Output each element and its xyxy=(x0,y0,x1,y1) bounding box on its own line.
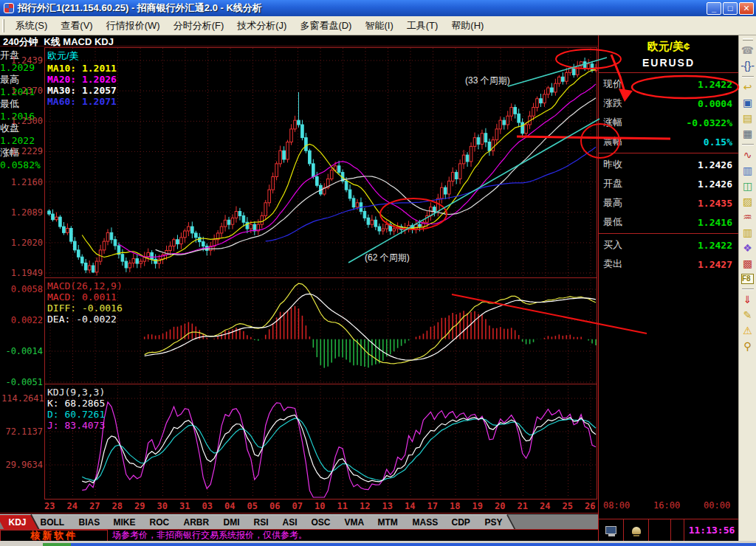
alert-cell[interactable] xyxy=(624,519,649,541)
macd-axis-label: 0.0058 xyxy=(1,284,43,294)
date-axis-label: 31 xyxy=(179,501,190,511)
menu-item-4[interactable]: 技术分析(J) xyxy=(230,17,293,35)
quote-row-涨跌: 涨跌0.0004 xyxy=(599,94,738,113)
date-axis-label: 11 xyxy=(337,501,348,511)
chart-kind-label: K线 MACD KDJ xyxy=(44,36,114,47)
date-axis-label: 23 xyxy=(44,501,55,511)
menu-bar: 系统(S)查看(V)行情报价(W)分时分析(F)技术分析(J)多窗看盘(D)智能… xyxy=(0,16,756,35)
menu-item-5[interactable]: 多窗看盘(D) xyxy=(293,17,358,35)
menu-item-2[interactable]: 行情报价(W) xyxy=(100,17,167,35)
minimize-button[interactable]: _ xyxy=(707,2,721,15)
quote-row-开盘: 开盘1.2426 xyxy=(599,174,738,193)
right-toolbar: ☎-{}-↩▣▤▦∿▥◫▨♒▥❖▩F8⇓✎⚠⚲ xyxy=(738,35,756,546)
quote-value: 1.2426 xyxy=(698,159,732,170)
f8-icon[interactable]: F8 xyxy=(741,274,754,284)
connection-icon[interactable]: -{}- xyxy=(740,58,755,74)
date-axis-label: 04 xyxy=(224,501,235,511)
cycle-62-annotation: (62 个周期) xyxy=(365,252,410,264)
toolbar-separator xyxy=(742,76,754,77)
report-list-icon[interactable]: ▤ xyxy=(740,111,755,126)
save-icon[interactable]: ⇓ xyxy=(740,292,755,308)
macd-axis-label: -0.0051 xyxy=(1,377,43,387)
network-status-cell[interactable] xyxy=(599,519,624,541)
scatter-diamond-icon[interactable]: ❖ xyxy=(740,241,755,256)
tab-label: RSI xyxy=(253,515,268,529)
status-message: 场参考价，非招商银行交易系统报价，仅供参考。 xyxy=(112,529,307,542)
kdj-header: KDJ(9,3,3)K: 68.2865D: 60.7261J: 83.4073 xyxy=(47,387,111,431)
bell-icon xyxy=(632,527,641,534)
menu-grip[interactable] xyxy=(2,19,4,32)
ohlc-segment: 收盘 xyxy=(0,122,597,135)
ohlc-segment: 1.2016 xyxy=(0,111,597,122)
divider xyxy=(599,72,738,73)
quote-label: 开盘 xyxy=(603,177,622,190)
quote-row-最高: 最高1.2435 xyxy=(599,193,738,212)
quote-row-最低: 最低1.2416 xyxy=(599,212,738,232)
tab-label: DMI xyxy=(223,515,239,529)
menu-item-8[interactable]: 帮助(H) xyxy=(444,17,490,35)
warning-icon[interactable]: ⚠ xyxy=(740,323,755,339)
period-label: 240分钟 xyxy=(3,36,38,47)
chart-info-bar: 240分钟 K线 MACD KDJ 开盘1.2029最高1.2041最低1.20… xyxy=(0,35,598,46)
wave-chart-icon[interactable]: ♒ xyxy=(740,210,755,225)
tab-psy[interactable]: PSY xyxy=(472,514,515,529)
phone-icon[interactable]: ☎ xyxy=(740,43,755,58)
ma-label: MA30: 1.2057 xyxy=(47,85,117,96)
menu-item-7[interactable]: 工具(T) xyxy=(400,17,445,35)
date-axis-label: 27 xyxy=(89,501,100,511)
ohlc-segment: 0.0582% xyxy=(0,159,597,170)
quote-label: 涨跌 xyxy=(603,97,622,110)
tab-label: KDJ xyxy=(9,515,27,529)
trend-line-icon[interactable]: ∿ xyxy=(740,148,755,163)
toolbar-grip[interactable] xyxy=(743,38,753,41)
menu-item-0[interactable]: 系统(S) xyxy=(9,17,54,35)
date-axis-label: 30 xyxy=(157,501,168,511)
date-axis-label: 24 xyxy=(67,501,78,511)
quote-screen-icon[interactable]: ▣ xyxy=(740,95,755,111)
date-axis-label: 12 xyxy=(360,501,370,511)
back-arrow-icon[interactable]: ↩ xyxy=(740,80,755,95)
multi-chart-icon[interactable]: ▩ xyxy=(740,256,755,272)
bottom-right-row: 11:13:56 xyxy=(599,519,739,541)
pencil-icon[interactable]: ✎ xyxy=(740,308,755,323)
quote-value: 1.2426 xyxy=(698,179,732,190)
quote-title: 欧元/美¢ xyxy=(599,40,738,54)
terminal-chart-icon[interactable]: ▥ xyxy=(740,163,755,179)
taskbar-edge[interactable] xyxy=(0,541,756,546)
quote-value: -0.0322% xyxy=(686,117,732,128)
data-grid-icon[interactable]: ▦ xyxy=(740,126,755,142)
window-title: 招行外汇1(211.154.60.25) - 招商银行外汇通2.0 - K线分析 xyxy=(18,1,262,15)
tab-label: ASI xyxy=(282,515,297,529)
quote-value: 0.15% xyxy=(704,136,732,148)
quote-value: 1.2422 xyxy=(698,240,732,251)
menu-item-3[interactable]: 分时分析(F) xyxy=(167,17,231,35)
ma-info-line: 欧元/美 MA10: 1.2011MA20: 1.2026MA30: 1.205… xyxy=(47,49,123,107)
date-axis-label: 13 xyxy=(382,501,393,511)
quote-panel: 欧元/美¢ EURUSD 现价1.2422涨跌0.0004涨幅-0.0322%震… xyxy=(598,35,738,541)
close-button[interactable]: ✕ xyxy=(739,2,754,15)
title-bar[interactable]: 招行外汇1(211.154.60.25) - 招商银行外汇通2.0 - K线分析… xyxy=(0,0,756,16)
status-bar: 核新软件 场参考价，非招商银行交易系统报价，仅供参考。 xyxy=(0,529,598,541)
macd-header-segment: DEA: -0.0022 xyxy=(47,314,123,325)
date-axis-label: 17 xyxy=(427,501,438,511)
menu-item-6[interactable]: 智能(I) xyxy=(358,17,399,35)
date-axis-label: 25 xyxy=(563,501,573,511)
magnifier-icon[interactable]: ⚲ xyxy=(740,339,755,354)
candlestick-icon[interactable]: ◫ xyxy=(740,179,755,194)
analysis-doc-icon[interactable]: ▨ xyxy=(740,194,755,210)
kdj-header-segment: K: 68.2865 xyxy=(47,398,105,409)
kdj-header-segment: KDJ(9,3,3) xyxy=(47,387,105,398)
date-axis-label: 05 xyxy=(247,501,258,511)
date-axis-label: 18 xyxy=(450,501,460,511)
indicator-tab-bar: KDJBOLLBIASMIKEROCARBRDMIRSIASIOSCVMAMTM… xyxy=(0,514,598,529)
ma-label: MA60: 1.2071 xyxy=(47,96,117,107)
kdj-axis-label: 29.9634 xyxy=(1,460,43,470)
menu-item-1[interactable]: 查看(V) xyxy=(54,17,99,35)
quote-label: 最高 xyxy=(603,196,622,210)
maximize-button[interactable]: □ xyxy=(723,2,738,15)
tab-label: ROC xyxy=(150,515,170,529)
app-logo-icon xyxy=(4,3,14,13)
macd-header-segment: MACD: 0.0011 xyxy=(47,291,123,303)
date-axis-label: 20 xyxy=(495,501,505,511)
columns-book-icon[interactable]: ▥ xyxy=(740,225,755,241)
